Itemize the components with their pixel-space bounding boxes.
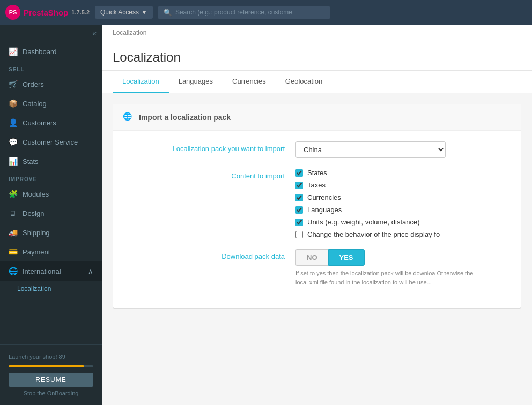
checkbox-currencies: Currencies	[295, 193, 510, 201]
sidebar-item-label: Customer Service	[23, 138, 78, 146]
sidebar-item-payment[interactable]: 💳 Payment	[0, 242, 102, 261]
content-body: 🌐 Import a localization pack Localizatio…	[102, 93, 532, 330]
sidebar-item-label: Design	[23, 209, 44, 218]
checkbox-units: Units (e.g. weight, volume, distance)	[295, 218, 510, 226]
units-checkbox[interactable]	[295, 219, 303, 226]
card-title: Import a localization pack	[139, 113, 231, 122]
sidebar-item-label: Modules	[23, 190, 49, 198]
topbar: PS PrestaShop 1.7.5.2 Quick Access ▼ 🔍	[0, 0, 532, 25]
import-localization-card: 🌐 Import a localization pack Localizatio…	[113, 104, 521, 309]
sidebar-item-international[interactable]: 🌐 International ∧	[0, 261, 102, 281]
sidebar-item-label: Customers	[23, 119, 56, 127]
brand-name: PrestaShop	[24, 8, 68, 17]
logo-icon: PS	[5, 5, 20, 20]
card-body: Localization pack you want to import Chi…	[113, 131, 521, 308]
sidebar-subitem-label: Localization	[17, 285, 51, 292]
progress-bar	[9, 365, 93, 368]
localization-pack-row: Localization pack you want to import Chi…	[124, 141, 510, 158]
checkbox-languages: Languages	[295, 206, 510, 214]
sidebar-item-label: Shipping	[23, 229, 50, 237]
modules-icon: 🧩	[9, 190, 17, 198]
sidebar-section-improve: IMPROVE	[0, 171, 102, 184]
design-icon: 🖥	[9, 209, 17, 218]
toggle-yes-button[interactable]: YES	[328, 249, 365, 266]
states-checkbox[interactable]	[295, 169, 303, 177]
payment-icon: 💳	[9, 248, 17, 256]
sidebar-item-label: Payment	[23, 248, 50, 256]
search-input[interactable]	[175, 9, 324, 16]
logo: PS PrestaShop 1.7.5.2	[5, 5, 90, 20]
localization-pack-field: China	[295, 141, 510, 158]
sidebar-item-modules[interactable]: 🧩 Modules	[0, 184, 102, 204]
customer-service-icon: 💬	[9, 138, 17, 146]
main-content: Localization Localization Localization L…	[102, 25, 532, 405]
launch-shop-label: Launch your shop! 89	[9, 350, 93, 363]
download-pack-label: Download pack data	[124, 249, 295, 260]
shipping-icon: 🚚	[9, 228, 17, 237]
version: 1.7.5.2	[71, 9, 90, 16]
international-icon: 🌐	[9, 267, 17, 275]
breadcrumb: Localization	[102, 25, 532, 41]
dashboard-icon: 📈	[9, 47, 17, 56]
page-title: Localization	[113, 50, 521, 65]
sidebar: « 📈 Dashboard SELL 🛒 Orders 📦 Catalog 👤 …	[0, 25, 102, 405]
progress-bar-fill	[9, 365, 84, 368]
sidebar-item-stats[interactable]: 📊 Stats	[0, 152, 102, 171]
sidebar-item-catalog[interactable]: 📦 Catalog	[0, 94, 102, 113]
sidebar-item-label: Stats	[23, 158, 39, 166]
tab-currencies[interactable]: Currencies	[223, 71, 276, 93]
toggle-no-button[interactable]: NO	[295, 249, 328, 266]
sidebar-item-customers[interactable]: 👤 Customers	[0, 113, 102, 132]
search-icon: 🔍	[164, 9, 172, 17]
currencies-checkbox[interactable]	[295, 194, 303, 201]
content-to-import-label: Content to import	[124, 169, 295, 180]
checkbox-list: States Taxes Currencies	[295, 169, 510, 238]
sidebar-item-label: International	[23, 267, 61, 275]
tab-geolocation[interactable]: Geolocation	[276, 71, 332, 93]
catalog-icon: 📦	[9, 99, 17, 108]
checkbox-taxes: Taxes	[295, 181, 510, 189]
sidebar-item-label: Orders	[23, 80, 44, 88]
sidebar-item-dashboard[interactable]: 📈 Dashboard	[0, 42, 102, 61]
page-header: Localization	[102, 41, 532, 71]
sidebar-item-customer-service[interactable]: 💬 Customer Service	[0, 132, 102, 152]
checkbox-states: States	[295, 169, 510, 177]
sidebar-item-label: Dashboard	[23, 48, 57, 56]
search-bar: 🔍	[158, 6, 330, 19]
stats-icon: 📊	[9, 157, 17, 166]
content-checkboxes: States Taxes Currencies	[295, 169, 510, 238]
languages-checkbox[interactable]	[295, 206, 303, 214]
country-select[interactable]: China	[295, 141, 446, 158]
content-to-import-row: Content to import States Taxes	[124, 169, 510, 238]
customers-icon: 👤	[9, 118, 17, 127]
tab-languages[interactable]: Languages	[169, 71, 223, 93]
sidebar-item-label: Catalog	[23, 100, 47, 108]
globe-icon: 🌐	[123, 112, 134, 123]
launch-shop-progress: 89	[59, 354, 65, 360]
chevron-up-icon: ∧	[88, 267, 93, 275]
sidebar-item-design[interactable]: 🖥 Design	[0, 204, 102, 223]
sidebar-toggle[interactable]: «	[0, 25, 102, 42]
price-display-checkbox[interactable]	[295, 231, 303, 238]
download-pack-row: Download pack data NO YES	[124, 249, 510, 287]
tab-localization[interactable]: Localization	[113, 71, 169, 93]
resume-button[interactable]: RESUME	[9, 373, 93, 387]
sidebar-item-orders[interactable]: 🛒 Orders	[0, 74, 102, 94]
stop-onboarding-button[interactable]: Stop the OnBoarding	[9, 387, 93, 400]
card-header: 🌐 Import a localization pack	[113, 104, 521, 131]
orders-icon: 🛒	[9, 80, 17, 88]
sidebar-section-sell: SELL	[0, 61, 102, 74]
toggle-hint: If set to yes then the localization pack…	[295, 269, 483, 287]
checkbox-price-display: Change the behavior of the price display…	[295, 230, 510, 238]
localization-pack-label: Localization pack you want to import	[124, 141, 295, 153]
tabs: Localization Languages Currencies Geoloc…	[102, 71, 532, 93]
sidebar-item-shipping[interactable]: 🚚 Shipping	[0, 223, 102, 242]
sidebar-bottom: Launch your shop! 89 RESUME Stop the OnB…	[0, 344, 102, 405]
sidebar-subitem-localization[interactable]: Localization	[0, 281, 102, 297]
taxes-checkbox[interactable]	[295, 182, 303, 189]
toggle-group: NO YES	[295, 249, 510, 266]
quick-access-button[interactable]: Quick Access ▼	[95, 6, 153, 19]
download-pack-field: NO YES If set to yes then the localizati…	[295, 249, 510, 287]
